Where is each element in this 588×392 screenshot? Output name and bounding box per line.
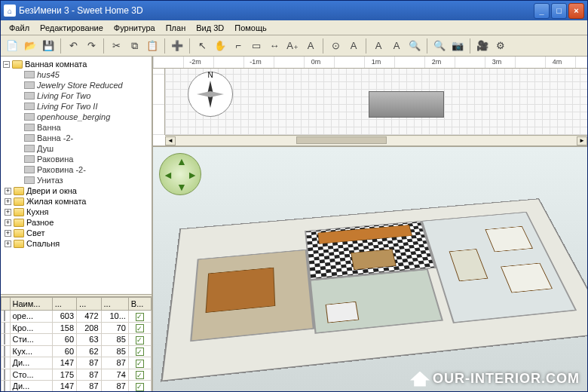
plan-view[interactable]: -2m-1m0m1m2m3m4m ◄ ► (153, 57, 587, 147)
save-icon[interactable]: 💾 (40, 38, 57, 54)
table-row[interactable]: оре...60347210...✓ (2, 311, 152, 323)
bold-icon[interactable]: A (370, 38, 387, 54)
table-row[interactable]: Кро...15820870✓ (2, 322, 152, 334)
nav-right-icon[interactable]: ► (187, 169, 198, 181)
menu-фурнитура[interactable]: Фурнитура (109, 22, 161, 34)
wall-icon[interactable]: ⌐ (230, 38, 247, 54)
column-header[interactable]: В... (128, 298, 151, 311)
tree-item[interactable]: Ванна -2- (3, 133, 149, 143)
scroll-track[interactable] (176, 136, 577, 145)
scroll-thumb[interactable] (296, 136, 387, 144)
tree-root-label[interactable]: Ванная комната (25, 60, 87, 69)
visible-checkbox[interactable]: ✓ (136, 360, 144, 368)
table-row[interactable]: Сти...606385✓ (2, 334, 152, 346)
scroll-left-button[interactable]: ◄ (165, 136, 176, 145)
snapshot-icon[interactable]: 📷 (449, 38, 466, 54)
menu-план[interactable]: План (161, 22, 191, 34)
scroll-right-button[interactable]: ► (577, 136, 587, 145)
column-header[interactable]: ... (77, 298, 101, 311)
ruler-tick: 0m (286, 58, 346, 66)
column-header[interactable]: Наим... (10, 298, 52, 311)
row-icon (4, 346, 5, 357)
tree-category[interactable]: +Свет (3, 228, 149, 238)
tree-item[interactable]: Jewelry Store Reduced (3, 80, 149, 90)
tree-item[interactable]: Ванна (3, 122, 149, 133)
expand-icon[interactable]: + (5, 219, 11, 226)
tree-category[interactable]: +Разное (3, 217, 149, 228)
expand-icon[interactable]: + (5, 230, 11, 237)
compass-icon[interactable] (188, 72, 233, 117)
camera-icon[interactable]: 🎥 (474, 38, 491, 54)
expand-icon[interactable]: + (5, 240, 11, 247)
copy-icon[interactable]: ⧉ (126, 38, 142, 54)
compass-icon[interactable]: ⊙ (327, 38, 344, 54)
tree-category[interactable]: +Двери и окна (3, 185, 149, 196)
undo-icon[interactable]: ↶ (65, 38, 81, 54)
tree-item[interactable]: Душ (3, 143, 149, 154)
column-header[interactable]: ... (52, 298, 76, 311)
preferences-icon[interactable]: ⚙ (492, 38, 509, 54)
tree-category[interactable]: +Жилая комната (3, 196, 149, 207)
visible-checkbox[interactable]: ✓ (136, 383, 144, 391)
zoom-in-icon[interactable]: 🔍 (406, 38, 423, 54)
collapse-icon[interactable]: − (3, 61, 10, 68)
cut-icon[interactable]: ✂ (108, 38, 124, 54)
column-header[interactable]: ... (101, 298, 128, 311)
menu-вид 3d[interactable]: Вид 3D (191, 22, 229, 34)
plan-canvas[interactable] (165, 69, 587, 135)
tree-item[interactable]: Раковина -2- (3, 164, 149, 175)
tree-item[interactable]: hus45 (3, 69, 149, 80)
pointer-icon[interactable]: ↖ (194, 38, 210, 54)
horizontal-scrollbar[interactable]: ◄ ► (165, 135, 587, 145)
3d-view[interactable]: ▲ ▼ ◄ ► (153, 147, 587, 391)
zoom-out-icon[interactable]: 🔍 (431, 38, 448, 54)
menu-помощь[interactable]: Помощь (229, 22, 272, 34)
minimize-button[interactable]: _ (534, 3, 550, 19)
tree-category[interactable]: +Кухня (3, 207, 149, 217)
tree-item[interactable]: Living For Two II (3, 101, 149, 112)
table-row[interactable]: Ди...1478787✓ (2, 381, 152, 392)
maximize-button[interactable]: □ (551, 3, 567, 19)
visible-checkbox[interactable]: ✓ (136, 371, 144, 379)
nav-left-icon[interactable]: ◄ (163, 169, 173, 181)
house-icon (410, 372, 430, 387)
pan-icon[interactable]: ✋ (212, 38, 228, 54)
tree-item[interactable]: Living For Two (3, 90, 149, 101)
nav-down-icon[interactable]: ▼ (176, 181, 187, 193)
furniture-table[interactable]: Наим............В... оре...60347210...✓К… (1, 297, 152, 391)
furniture-tree[interactable]: −Ванная комнатаhus45Jewelry Store Reduce… (1, 57, 152, 294)
titlebar[interactable]: ⌂ БезИмени 3 - Sweet Home 3D _ □ × (1, 1, 587, 20)
table-row[interactable]: Кух...606285✓ (2, 345, 152, 357)
new-file-icon[interactable]: 📄 (4, 38, 20, 54)
tree-category[interactable]: +Спальня (3, 238, 149, 249)
visible-checkbox[interactable]: ✓ (136, 324, 144, 332)
expand-icon[interactable]: + (5, 188, 11, 194)
expand-icon[interactable]: + (5, 198, 11, 205)
italic-icon[interactable]: A (388, 38, 405, 54)
room-icon[interactable]: ▭ (248, 38, 265, 54)
nav-up-icon[interactable]: ▲ (176, 155, 187, 167)
paste-icon[interactable]: 📋 (144, 38, 161, 54)
open-icon[interactable]: 📂 (22, 38, 38, 54)
table-row[interactable]: Ди...1478787✓ (2, 357, 152, 369)
dimension-icon[interactable]: ↔ (266, 38, 283, 54)
text-icon[interactable]: A₊ (284, 38, 301, 54)
close-button[interactable]: × (568, 3, 584, 19)
tree-item[interactable]: Унитаз (3, 175, 149, 185)
tree-item[interactable]: openhouse_berging (3, 112, 149, 122)
column-header[interactable] (2, 298, 11, 311)
visible-checkbox[interactable]: ✓ (136, 336, 144, 345)
table-row[interactable]: Сто...1758774✓ (2, 369, 152, 381)
visible-checkbox[interactable]: ✓ (136, 313, 144, 321)
menu-редактирование[interactable]: Редактирование (35, 22, 109, 34)
3d-navigation-disc[interactable]: ▲ ▼ ◄ ► (159, 153, 201, 195)
plan-model-preview[interactable] (369, 91, 444, 118)
add-furniture-icon[interactable]: ➕ (169, 38, 185, 54)
expand-icon[interactable]: + (5, 209, 11, 216)
redo-icon[interactable]: ↷ (83, 38, 100, 54)
visible-checkbox[interactable]: ✓ (136, 348, 144, 356)
menu-файл[interactable]: Файл (4, 22, 35, 34)
tree-item[interactable]: Раковина (3, 154, 149, 164)
label-icon[interactable]: A (302, 38, 319, 54)
text-edit-icon[interactable]: A (345, 38, 362, 54)
